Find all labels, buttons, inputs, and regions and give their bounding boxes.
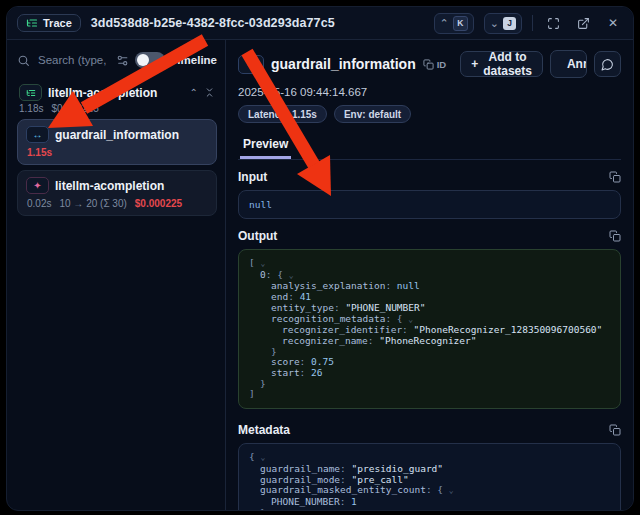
trace-id: 3dd538d8-b25e-4382-8fcc-03d293da77c5 <box>91 16 335 30</box>
trace-badge-label: Trace <box>43 17 72 29</box>
copy-icon <box>609 424 621 436</box>
add-to-datasets-button[interactable]: + Add to datasets <box>460 51 543 77</box>
metadata-json-viewer: { ⌄guardrail_name: "presidio_guard"guard… <box>238 443 621 511</box>
trace-detail-window: Trace 3dd538d8-b25e-4382-8fcc-03d293da77… <box>6 6 634 511</box>
copy-output-button[interactable] <box>609 230 621 242</box>
output-title: Output <box>238 229 609 243</box>
root-cost: $0.000225 <box>51 103 98 114</box>
expand-button[interactable] <box>543 13 563 33</box>
metadata-title: Metadata <box>238 423 609 437</box>
tree-controls: ⌃ <box>190 87 215 98</box>
item-tokens: 10 → 20 (Σ 30) <box>59 198 126 209</box>
fold-vertical-icon[interactable] <box>204 87 215 98</box>
badge-row: Latency: 1.15s Env: default <box>238 105 621 123</box>
env-badge: Env: default <box>334 105 411 123</box>
tree-root-item[interactable]: litellm-acompletion ⌃ 1.18s $0.000225 <box>17 84 217 114</box>
copy-icon <box>609 171 621 183</box>
copy-icon <box>609 230 621 242</box>
timeline-toggle[interactable] <box>135 52 165 68</box>
input-content: null <box>238 190 621 219</box>
sparkle-icon: ✦ <box>33 181 41 191</box>
toggle-knob <box>137 54 149 66</box>
trace-type-badge: Trace <box>17 14 81 32</box>
span-chip: ↔ <box>26 126 49 143</box>
arrows-horizontal-icon: ↔ <box>246 59 256 69</box>
open-in-new-tab-button[interactable] <box>573 13 593 33</box>
content-row: Timeline litellm-acompletion ⌃ <box>7 40 633 510</box>
next-observation-button[interactable]: ⌄ J <box>484 13 522 34</box>
copy-input-button[interactable] <box>609 171 621 183</box>
plus-icon: + <box>471 57 478 71</box>
observation-tree-sidebar: Timeline litellm-acompletion ⌃ <box>7 40 226 510</box>
observation-title: guardrail_information <box>271 56 416 72</box>
annotate-label: Annotate <box>567 57 587 71</box>
input-section-header: Input <box>238 170 621 184</box>
tree-root-metrics: 1.18s $0.000225 <box>17 101 217 114</box>
tree-item-label: guardrail_information <box>55 128 208 142</box>
search-input[interactable] <box>36 53 110 67</box>
add-to-datasets-label: Add to datasets <box>483 50 532 78</box>
root-latency: 1.18s <box>19 103 43 114</box>
generation-chip: ✦ <box>26 177 49 194</box>
input-null-value: null <box>249 199 272 210</box>
detail-tabs: Preview <box>238 131 621 160</box>
output-json-viewer: [ ⌄0: { ⌄analysis_explanation: nullend: … <box>238 249 621 409</box>
tab-preview[interactable]: Preview <box>240 131 291 159</box>
metadata-section-header: Metadata <box>238 423 621 437</box>
latency-badge: Latency: 1.15s <box>238 105 327 123</box>
shortcut-key-j: J <box>503 17 516 30</box>
annotate-button[interactable]: Annotate <box>551 51 587 77</box>
comments-button[interactable] <box>594 51 621 77</box>
chevron-down-icon: ⌄ <box>490 17 499 30</box>
observation-detail-panel: ↔ guardrail_information ID + Add to data… <box>226 40 633 510</box>
tree-root-label: litellm-acompletion <box>48 86 184 100</box>
tree-item-label: litellm-acompletion <box>55 179 208 193</box>
close-icon: ✕ <box>608 16 618 30</box>
observation-tree: litellm-acompletion ⌃ 1.18s $0.000225 ↔ <box>17 84 217 216</box>
copy-metadata-button[interactable] <box>609 424 621 436</box>
span-chip: ↔ <box>238 55 264 74</box>
filter-sliders-icon[interactable] <box>116 54 129 67</box>
item-latency: 0.02s <box>27 198 51 209</box>
shortcut-key-k: K <box>453 16 468 31</box>
observation-timestamp: 2025-05-16 09:44:14.667 <box>238 86 621 98</box>
output-section-header: Output <box>238 229 621 243</box>
list-tree-icon <box>26 17 38 29</box>
observation-header: ↔ guardrail_information ID + Add to data… <box>238 50 621 78</box>
tree-item-guardrail-information[interactable]: ↔ guardrail_information 1.15s <box>17 119 217 165</box>
item-cost: $0.000225 <box>135 198 182 209</box>
list-tree-icon <box>26 88 36 98</box>
chat-bubble-icon <box>601 58 614 71</box>
id-label: ID <box>437 59 447 70</box>
topbar-divider <box>532 15 533 31</box>
collapse-chevron-icon[interactable]: ⌃ <box>190 87 198 98</box>
close-button[interactable]: ✕ <box>603 13 623 33</box>
search-icon <box>17 54 30 67</box>
copy-icon <box>423 59 434 70</box>
tree-search-row: Timeline <box>17 48 217 72</box>
external-link-icon <box>577 17 590 30</box>
copy-id-button[interactable]: ID <box>423 59 447 70</box>
annotate-split-button: Annotate ⌄ <box>550 50 587 78</box>
arrows-horizontal-icon: ↔ <box>33 130 43 140</box>
prev-observation-button[interactable]: ⌃ K <box>434 13 474 34</box>
trace-topbar: Trace 3dd538d8-b25e-4382-8fcc-03d293da77… <box>7 7 633 40</box>
tree-item-litellm-acompletion[interactable]: ✦ litellm-acompletion 0.02s 10 → 20 (Σ 3… <box>17 170 217 216</box>
input-title: Input <box>238 170 609 184</box>
chevron-up-icon: ⌃ <box>440 17 449 30</box>
timeline-label: Timeline <box>171 54 217 66</box>
item-latency: 1.15s <box>27 147 52 158</box>
trace-chip <box>19 84 42 101</box>
maximize-icon <box>547 17 560 30</box>
